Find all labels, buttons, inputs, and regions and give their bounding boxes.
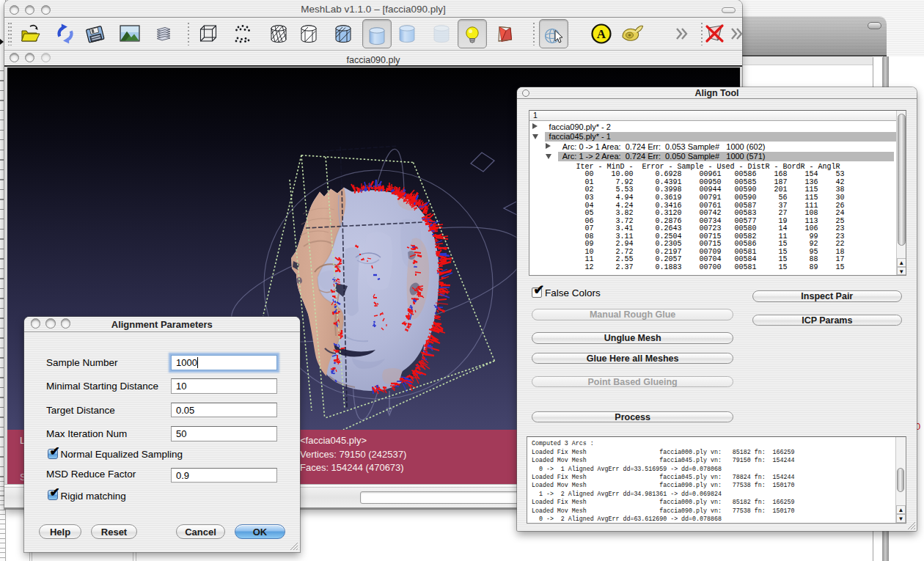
svg-text:A: A xyxy=(597,27,606,41)
